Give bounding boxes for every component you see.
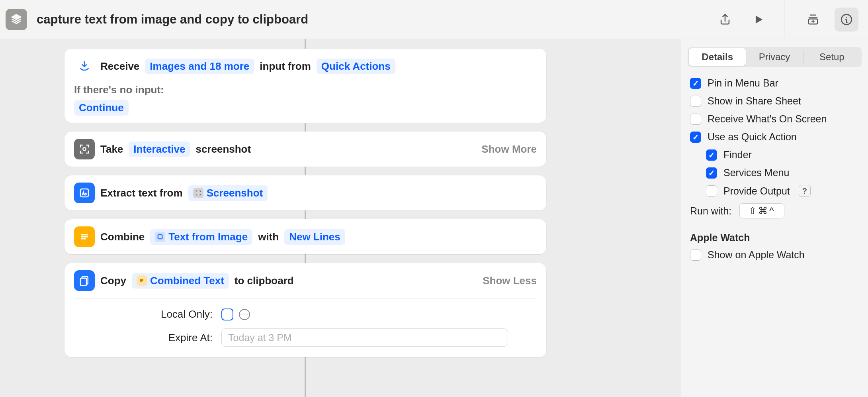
extract-source-token[interactable]: Screenshot <box>188 185 268 201</box>
no-input-action-token[interactable]: Continue <box>74 100 129 116</box>
text-from-image-token-icon <box>155 232 165 242</box>
svg-rect-4 <box>158 235 162 239</box>
combine-with-label: with <box>258 231 279 243</box>
receive-screen-label: Receive What's On Screen <box>708 113 827 125</box>
combine-source-token[interactable]: Text from Image <box>150 229 252 245</box>
tab-setup[interactable]: Setup <box>803 48 860 66</box>
local-only-checkbox[interactable] <box>221 309 233 320</box>
inspector-tabs: Details Privacy Setup <box>688 47 862 67</box>
services-menu-checkbox[interactable] <box>706 167 717 179</box>
receive-screen-checkbox[interactable] <box>690 114 701 125</box>
screenshot-mode-token[interactable]: Interactive <box>129 142 190 157</box>
pin-menubar-checkbox[interactable] <box>690 78 701 89</box>
copy-show-less[interactable]: Show Less <box>483 275 537 287</box>
workflow-canvas[interactable]: Receive Images and 18 more input from Qu… <box>0 39 681 397</box>
info-inspector-button[interactable] <box>835 8 858 31</box>
provide-output-checkbox[interactable] <box>706 185 717 197</box>
quick-action-label: Use as Quick Action <box>708 131 797 143</box>
receive-input-types-token[interactable]: Images and 18 more <box>145 59 254 74</box>
extract-text-icon <box>74 183 95 203</box>
share-sheet-label: Show in Share Sheet <box>708 95 801 107</box>
copy-source-token[interactable]: Combined Text <box>132 273 229 289</box>
run-with-label: Run with: <box>690 205 731 217</box>
toolbar-divider <box>784 0 784 39</box>
action-copy-clipboard[interactable]: Copy Combined Text to clipboard Show Les… <box>65 263 546 357</box>
receive-source-token[interactable]: Quick Actions <box>317 59 395 74</box>
combine-icon <box>74 226 95 247</box>
receive-from-label: input from <box>260 60 311 73</box>
combine-verb: Combine <box>100 231 145 243</box>
receive-icon <box>74 56 95 77</box>
combine-joiner-token[interactable]: New Lines <box>284 229 345 245</box>
clipboard-icon <box>74 270 95 291</box>
library-button[interactable] <box>801 8 825 31</box>
run-with-shortcut[interactable]: ⇧⌘^ <box>739 203 784 218</box>
action-combine-text[interactable]: Combine Text from Image with New Lines <box>65 219 546 254</box>
svg-rect-6 <box>80 278 86 286</box>
screenshot-token-icon <box>193 188 203 198</box>
pin-menubar-label: Pin in Menu Bar <box>708 77 778 89</box>
expire-at-label: Expire At: <box>78 332 221 344</box>
show-on-watch-checkbox[interactable] <box>690 250 701 261</box>
copy-dest-label: to clipboard <box>235 275 294 287</box>
svg-point-2 <box>83 147 86 151</box>
action-extract-text[interactable]: Extract text from Screenshot <box>65 175 546 210</box>
quick-action-checkbox[interactable] <box>690 132 701 143</box>
copy-options-divider <box>74 298 537 299</box>
combined-text-token-icon <box>137 275 147 286</box>
screenshot-show-more[interactable]: Show More <box>481 143 537 155</box>
screenshot-noun: screenshot <box>195 143 251 155</box>
shortcut-app-icon <box>6 9 27 30</box>
tab-details[interactable]: Details <box>689 48 746 66</box>
shortcut-title[interactable]: capture text from image and copy to clip… <box>37 12 308 27</box>
share-sheet-checkbox[interactable] <box>690 96 701 107</box>
finder-label: Finder <box>723 149 752 161</box>
screenshot-verb: Take <box>100 143 123 155</box>
inspector-panel: Details Privacy Setup Pin in Menu Bar Sh… <box>681 39 868 397</box>
share-button[interactable] <box>713 8 737 31</box>
provide-output-help[interactable]: ? <box>799 185 811 197</box>
local-only-more-button[interactable]: ··· <box>239 309 250 320</box>
local-only-label: Local Only: <box>78 308 221 320</box>
action-receive-input[interactable]: Receive Images and 18 more input from Qu… <box>65 49 546 123</box>
apple-watch-section-header: Apple Watch <box>690 232 859 244</box>
run-button[interactable] <box>747 8 770 31</box>
copy-verb: Copy <box>100 275 126 287</box>
tab-privacy[interactable]: Privacy <box>746 48 803 66</box>
screenshot-icon <box>74 139 95 159</box>
extract-verb: Extract text from <box>100 187 183 199</box>
expire-at-input[interactable] <box>221 328 508 347</box>
svg-rect-3 <box>80 189 88 197</box>
top-toolbar: capture text from image and copy to clip… <box>0 0 868 39</box>
receive-verb: Receive <box>100 60 139 73</box>
no-input-label: If there's no input: <box>74 84 537 96</box>
action-take-screenshot[interactable]: Take Interactive screenshot Show More <box>65 132 546 167</box>
finder-checkbox[interactable] <box>706 149 717 161</box>
services-menu-label: Services Menu <box>723 167 789 179</box>
provide-output-label: Provide Output <box>723 185 790 197</box>
show-on-watch-label: Show on Apple Watch <box>708 249 805 261</box>
